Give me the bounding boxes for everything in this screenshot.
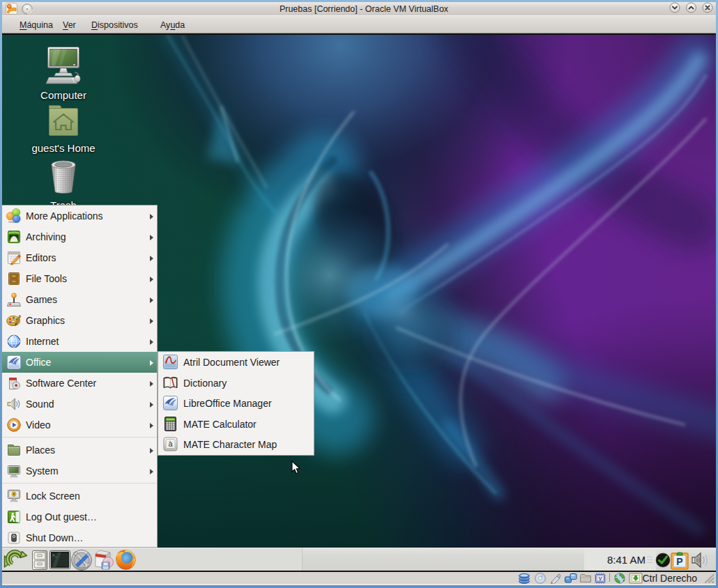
svg-text:à: à [168, 440, 173, 448]
svg-text:V: V [598, 575, 602, 582]
svg-text:P: P [676, 556, 682, 567]
svg-text:>_: >_ [52, 553, 58, 558]
